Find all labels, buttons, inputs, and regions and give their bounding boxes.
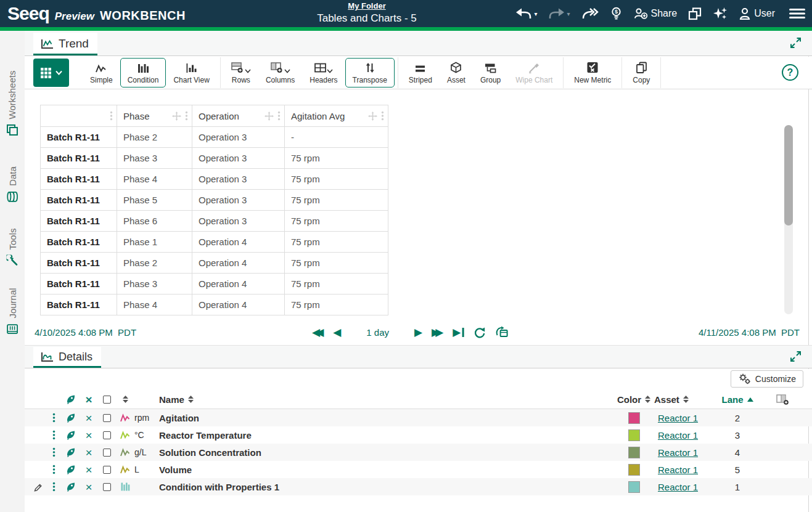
send-item-button[interactable] [62, 481, 80, 492]
column-menu-icon[interactable] [185, 111, 188, 121]
table-view-dropdown-button[interactable] [33, 59, 69, 87]
share-button[interactable]: Share [634, 7, 678, 20]
asset-link[interactable]: Reactor 1 [658, 447, 713, 458]
edit-pencil-icon[interactable] [30, 482, 46, 492]
row-menu-icon[interactable] [46, 465, 62, 474]
new-metric-button[interactable]: New Metric [567, 58, 618, 87]
rows-button[interactable]: Rows [224, 58, 258, 87]
move-column-icon[interactable] [265, 112, 274, 121]
range-end[interactable]: 4/11/2025 4:08 PM PDT [699, 327, 800, 338]
item-checkbox[interactable] [97, 483, 116, 491]
refresh-button[interactable] [473, 327, 485, 338]
remove-item-button[interactable]: × [80, 481, 97, 493]
range-start[interactable]: 4/10/2025 4:08 PM PDT [35, 327, 136, 338]
row-menu-icon[interactable] [46, 482, 62, 492]
trend-expand-button[interactable] [789, 36, 802, 52]
details-row-reactor-temperature[interactable]: × °C Reactor Temperature Reactor 1 3 [25, 426, 812, 444]
asset-button[interactable]: Asset [440, 58, 473, 87]
undo-button[interactable]: ▾ [515, 7, 537, 20]
column-menu-icon[interactable] [110, 111, 113, 121]
my-folder-link[interactable]: My Folder [348, 1, 385, 10]
item-checkbox[interactable] [97, 431, 116, 439]
color-swatch[interactable] [628, 429, 640, 441]
hamburger-menu-button[interactable] [789, 7, 806, 20]
send-item-button[interactable] [62, 464, 80, 475]
step-to-now-button[interactable]: ▶ [453, 327, 464, 338]
column-menu-icon[interactable] [277, 111, 281, 121]
select-all-checkbox[interactable] [97, 396, 116, 404]
column-menu-icon[interactable] [381, 111, 384, 121]
redo-button[interactable]: ▾ [548, 7, 570, 20]
color-column-header[interactable]: Color [616, 394, 652, 405]
striped-button[interactable]: Striped [401, 58, 440, 87]
details-row-solution-concentration[interactable]: × g/L Solution Concentration Reactor 1 4 [25, 444, 812, 461]
add-column-button[interactable] [761, 394, 803, 405]
color-swatch[interactable] [628, 412, 640, 424]
row-menu-icon[interactable] [46, 430, 62, 440]
color-swatch[interactable] [628, 464, 640, 476]
step-back-full-button[interactable]: ◀◀ [312, 327, 324, 338]
copy-button[interactable]: Copy [625, 58, 657, 87]
step-forward-half-button[interactable]: ▶ [414, 327, 422, 338]
remove-item-button[interactable]: × [80, 447, 97, 458]
move-column-icon[interactable] [368, 112, 377, 121]
table-scrollbar-thumb[interactable] [784, 125, 793, 226]
wipe-chart-button[interactable]: Wipe Chart [508, 58, 560, 87]
asset-link[interactable]: Reactor 1 [658, 413, 713, 423]
move-column-icon[interactable] [172, 112, 181, 121]
sidebar-item-tools[interactable]: Tools [0, 221, 25, 274]
step-back-half-button[interactable]: ◀ [333, 327, 341, 338]
sidebar-item-worksheets[interactable]: Worksheets [0, 67, 25, 139]
user-menu-button[interactable]: User [739, 7, 775, 20]
chart-view-button[interactable]: Chart View [166, 58, 216, 87]
tab-trend[interactable]: Trend [33, 33, 97, 55]
hamburger-icon [789, 7, 806, 20]
auto-update-button[interactable] [494, 326, 509, 338]
sort-type-button[interactable] [116, 396, 134, 403]
details-row-condition-with-properties[interactable]: × Condition with Properties 1 Reactor 1 … [25, 478, 812, 495]
group-button[interactable]: Group [473, 58, 508, 87]
send-item-button[interactable] [62, 412, 80, 423]
step-forward-full-button[interactable]: ▶▶ [432, 327, 443, 338]
sidebar-item-data[interactable]: Data [0, 162, 25, 206]
item-checkbox[interactable] [97, 466, 116, 474]
item-checkbox[interactable] [97, 449, 116, 457]
row-menu-icon[interactable] [46, 447, 62, 457]
help-button[interactable]: ? [782, 64, 798, 81]
duration-label[interactable]: 1 day [366, 327, 389, 338]
headers-button[interactable]: Headers [302, 58, 345, 87]
lane-column-header[interactable]: Lane [713, 394, 761, 405]
asset-link[interactable]: Reactor 1 [658, 482, 713, 492]
details-expand-button[interactable] [789, 350, 802, 365]
asset-link[interactable]: Reactor 1 [658, 430, 713, 441]
forward-history-button[interactable] [581, 7, 599, 20]
ai-assistant-button[interactable] [713, 6, 728, 21]
tab-details[interactable]: Details [33, 347, 101, 368]
remove-item-button[interactable]: × [80, 464, 97, 476]
columns-button[interactable]: Columns [258, 58, 302, 87]
upgrade-ideas-button[interactable]: $ [610, 7, 623, 20]
name-column-header[interactable]: Name [159, 394, 616, 405]
asset-column-header[interactable]: Asset [652, 394, 713, 405]
remove-item-button[interactable]: × [80, 429, 97, 441]
item-checkbox[interactable] [97, 414, 116, 422]
details-row-volume[interactable]: × L Volume Reactor 1 5 [25, 461, 812, 478]
table-scrollbar[interactable] [784, 125, 793, 314]
simple-view-button[interactable]: Simple [83, 58, 120, 87]
row-menu-icon[interactable] [46, 413, 62, 423]
seeq-logo[interactable]: Seeq Preview WORKBENCH [7, 3, 186, 24]
remove-all-button[interactable]: × [80, 394, 97, 405]
color-swatch[interactable] [628, 447, 640, 458]
transpose-button[interactable]: Transpose [345, 58, 395, 87]
color-swatch[interactable] [628, 481, 640, 493]
condition-view-button[interactable]: Condition [120, 58, 166, 87]
remove-item-button[interactable]: × [80, 412, 97, 424]
send-item-button[interactable] [62, 447, 80, 458]
send-item-button[interactable] [62, 429, 80, 441]
sidebar-item-journal[interactable]: Journal [0, 282, 25, 340]
worksheets-overview-button[interactable] [688, 7, 702, 20]
customize-button[interactable]: Customize [731, 370, 803, 388]
asset-link[interactable]: Reactor 1 [658, 465, 713, 475]
details-row-agitation[interactable]: × rpm Agitation Reactor 1 2 [25, 409, 812, 426]
send-all-button[interactable] [62, 394, 80, 405]
